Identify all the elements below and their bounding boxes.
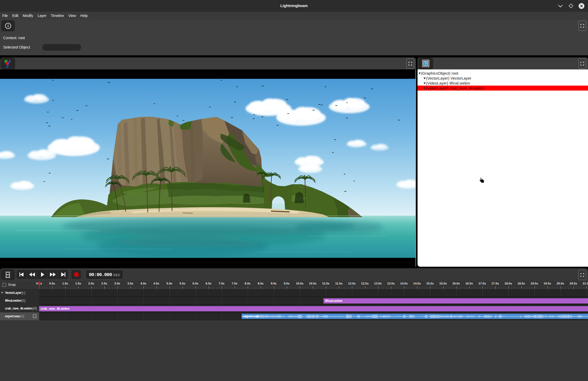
svg-text:?: ? — [425, 62, 427, 66]
